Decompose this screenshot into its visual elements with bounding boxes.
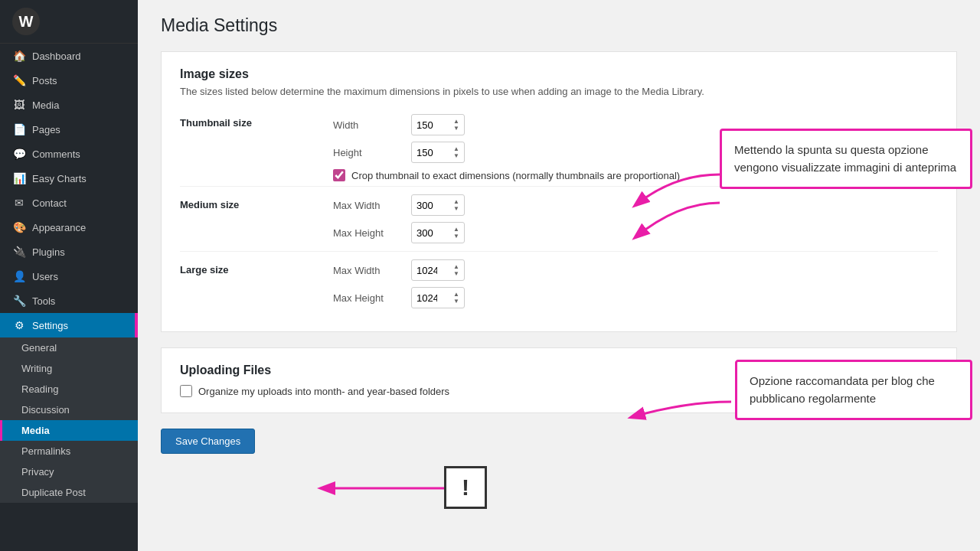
submenu-privacy[interactable]: Privacy <box>0 461 138 482</box>
thumbnail-height-spinner[interactable]: ▲▼ <box>453 145 459 159</box>
sidebar-item-label: Pages <box>32 124 60 135</box>
medium-maxheight-input-wrapper: ▲▼ <box>411 222 465 243</box>
sidebar-item-tools[interactable]: 🔧 Tools <box>0 289 138 313</box>
sidebar-item-label: Tools <box>32 295 55 307</box>
sidebar-item-label: Media <box>32 99 59 111</box>
dashboard-icon: 🏠 <box>12 50 26 62</box>
submenu-reading[interactable]: Reading <box>0 379 138 399</box>
posts-icon: ✏️ <box>12 74 26 86</box>
medium-maxheight-row: Max Height ▲▼ <box>333 222 938 243</box>
large-maxwidth-spinner[interactable]: ▲▼ <box>453 263 459 277</box>
submenu-general[interactable]: General <box>0 337 138 358</box>
sidebar-item-label: Settings <box>32 320 68 331</box>
large-maxheight-input[interactable] <box>416 292 449 304</box>
sidebar-item-label: Comments <box>32 148 80 160</box>
page-wrapper: Media Settings Image sizes The sizes lis… <box>138 0 980 551</box>
tools-icon: 🔧 <box>12 295 26 307</box>
page-title: Media Settings <box>161 15 957 36</box>
sidebar-item-comments[interactable]: 💬 Comments <box>0 142 138 166</box>
pages-icon: 📄 <box>12 123 26 135</box>
image-sizes-section: Image sizes The sizes listed below deter… <box>161 51 957 332</box>
sidebar-item-users[interactable]: 👤 Users <box>0 264 138 289</box>
image-sizes-desc: The sizes listed below determine the max… <box>180 86 938 97</box>
large-row: Large size Max Width ▲▼ <box>180 252 938 317</box>
sidebar: W 🏠 Dashboard ✏️ Posts 🖼 Media 📄 Pages 💬… <box>0 0 138 551</box>
active-sub-indicator <box>0 420 2 441</box>
sidebar-item-dashboard[interactable]: 🏠 Dashboard <box>0 44 138 68</box>
organize-uploads-checkbox[interactable] <box>180 385 192 397</box>
sidebar-item-appearance[interactable]: 🎨 Appearance <box>0 215 138 240</box>
annotation-box-2: Opzione raccomandata per blog che pubbli… <box>735 360 972 420</box>
large-maxheight-spinner[interactable]: ▲▼ <box>453 291 459 305</box>
sidebar-item-contact[interactable]: ✉ Contact <box>0 191 138 215</box>
sidebar-item-posts[interactable]: ✏️ Posts <box>0 68 138 93</box>
large-maxheight-input-wrapper: ▲▼ <box>411 287 465 308</box>
large-maxwidth-input-wrapper: ▲▼ <box>411 259 465 281</box>
medium-label: Medium size <box>180 187 333 252</box>
sidebar-item-plugins[interactable]: 🔌 Plugins <box>0 240 138 264</box>
large-maxwidth-input[interactable] <box>416 265 449 276</box>
medium-maxheight-label: Max Height <box>333 227 402 239</box>
large-maxheight-row: Max Height ▲▼ <box>333 287 938 308</box>
sidebar-item-easy-charts[interactable]: 📊 Easy Charts <box>0 166 138 191</box>
thumbnail-height-label: Height <box>333 147 402 158</box>
submenu-duplicate-post[interactable]: Duplicate Post <box>0 482 138 503</box>
sidebar-item-pages[interactable]: 📄 Pages <box>0 117 138 142</box>
medium-fields: Max Width ▲▼ Max Height <box>333 187 938 252</box>
large-maxheight-label: Max Height <box>333 292 402 304</box>
appearance-icon: 🎨 <box>12 221 26 233</box>
sidebar-item-label: Plugins <box>32 246 65 258</box>
plugins-icon: 🔌 <box>12 246 26 258</box>
sidebar-item-media[interactable]: 🖼 Media <box>0 93 138 117</box>
medium-maxwidth-input[interactable] <box>416 200 449 211</box>
sidebar-item-label: Posts <box>32 75 57 86</box>
thumbnail-width-input[interactable] <box>416 119 449 131</box>
contact-icon: ✉ <box>12 197 26 209</box>
thumbnail-crop-checkbox[interactable] <box>333 169 345 181</box>
large-maxwidth-label: Max Width <box>333 265 402 276</box>
large-maxwidth-row: Max Width ▲▼ <box>333 259 938 281</box>
settings-icon: ⚙ <box>12 319 26 331</box>
medium-maxwidth-label: Max Width <box>333 200 402 211</box>
sidebar-item-label: Appearance <box>32 222 86 233</box>
medium-maxwidth-spinner[interactable]: ▲▼ <box>453 198 459 212</box>
large-fields: Max Width ▲▼ Max Height <box>333 252 938 317</box>
submenu-permalinks[interactable]: Permalinks <box>0 441 138 461</box>
comments-icon: 💬 <box>12 148 26 160</box>
thumbnail-crop-label: Crop thumbnail to exact dimensions (norm… <box>351 170 680 181</box>
save-changes-button[interactable]: Save Changes <box>161 429 255 454</box>
thumbnail-height-input-wrapper: ▲▼ <box>411 142 465 163</box>
thumbnail-width-spinner[interactable]: ▲▼ <box>453 118 459 132</box>
image-sizes-heading: Image sizes <box>180 67 938 81</box>
annotation-text-2: Opzione raccomandata per blog che pubbli… <box>750 374 935 405</box>
medium-maxwidth-input-wrapper: ▲▼ <box>411 194 465 216</box>
media-icon: 🖼 <box>12 99 26 111</box>
thumbnail-width-label: Width <box>333 119 402 131</box>
thumbnail-height-input[interactable] <box>416 147 449 158</box>
sidebar-item-label: Easy Charts <box>32 173 87 184</box>
annotation-box-1: Mettendo la spunta su questa opzione ven… <box>720 129 972 189</box>
medium-row: Medium size Max Width ▲▼ <box>180 187 938 252</box>
submenu-writing[interactable]: Writing <box>0 358 138 379</box>
users-icon: 👤 <box>12 270 26 282</box>
medium-maxheight-input[interactable] <box>416 227 449 239</box>
arrow-save <box>314 473 452 504</box>
medium-maxwidth-row: Max Width ▲▼ <box>333 194 938 216</box>
wp-logo-icon: W <box>12 8 40 35</box>
submenu-media[interactable]: Media <box>0 420 138 441</box>
easy-charts-icon: 📊 <box>12 172 26 184</box>
thumbnail-label: Thumbnail size <box>180 109 333 187</box>
sidebar-item-label: Dashboard <box>32 51 81 62</box>
thumbnail-width-input-wrapper: ▲▼ <box>411 114 465 135</box>
sidebar-logo: W <box>0 0 138 44</box>
annotation-text-1: Mettendo la spunta su questa opzione ven… <box>734 143 956 174</box>
exclamation-mark: ! <box>462 474 469 500</box>
sidebar-item-settings[interactable]: ⚙ Settings <box>0 313 138 337</box>
submenu-discussion[interactable]: Discussion <box>0 399 138 420</box>
medium-maxheight-spinner[interactable]: ▲▼ <box>453 226 459 240</box>
content-area: Media Settings Image sizes The sizes lis… <box>138 0 980 551</box>
settings-submenu: General Writing Reading Discussion Media… <box>0 337 138 503</box>
save-changes-wrapper: Save Changes <box>161 429 957 454</box>
organize-uploads-label: Organize my uploads into month- and year… <box>198 386 449 397</box>
exclamation-box: ! <box>444 466 487 509</box>
